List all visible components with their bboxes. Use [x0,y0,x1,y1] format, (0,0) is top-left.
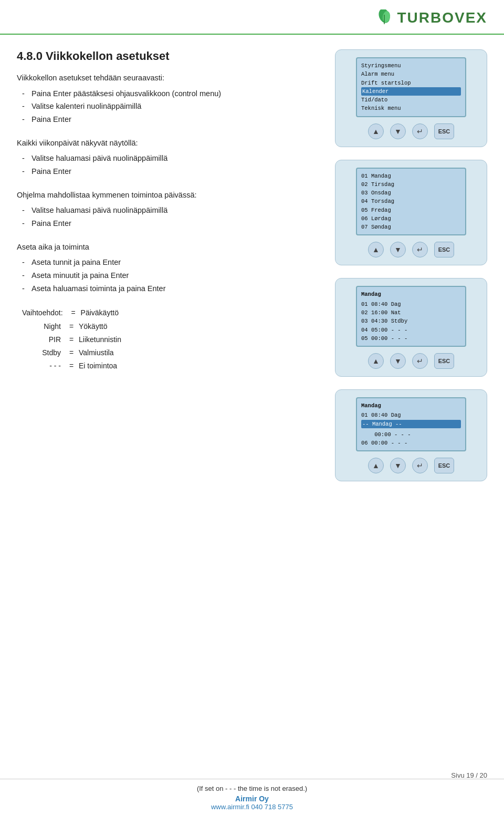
screen3-row0: 01 08:40 Dag [361,300,461,308]
options-value-none: Ei toimintoa [79,359,142,373]
footer-note: (If set on - - - the time is not erased.… [197,785,307,792]
footer-url: www.airmir.fi 040 718 5775 [211,803,293,811]
options-label: Vaihtoehdot: [22,306,66,319]
list-item: Aseta minuutit ja paina Enter [22,269,319,282]
list-item: Aseta haluamasi toiminta ja paina Enter [22,282,319,295]
block-2-intro: Kaikki viikonpäivät näkyvät näytöllä: [17,138,319,149]
btn-down-4[interactable]: ▼ [390,458,406,473]
screen4-row1: -- Mandag -- [361,420,461,428]
options-row-none: - - - = Ei toimintoa [22,359,319,373]
list-item: Aseta tunnit ja paina Enter [22,256,319,269]
block-3-list: Valitse haluamasi päivä nuolinäppäimillä… [17,204,319,230]
options-row-stdby: Stdby = Valmiustila [22,346,319,359]
btn-enter-4[interactable]: ↵ [412,458,428,473]
btn-down-2[interactable]: ▼ [390,242,406,257]
block-2-list: Valitse haluamasi päivä nuolinäppäimillä… [17,152,319,178]
device-panel-1: Styringsmenu Alarm menu Drift startslop … [335,49,487,147]
options-eq-night: = [64,320,79,333]
screen3-row4: 05 00:00 - - - [361,334,461,343]
footer: (If set on - - - the time is not erased.… [0,779,504,815]
block-4-list: Aseta tunnit ja paina Enter Aseta minuut… [17,256,319,295]
footer-company: Airmir Oy [235,795,269,803]
btn-up-4[interactable]: ▲ [368,458,384,473]
options-eq-stdby: = [64,346,79,359]
btn-enter-3[interactable]: ↵ [412,353,428,369]
btn-esc-1[interactable]: ESC [434,123,454,139]
btn-down-3[interactable]: ▼ [390,353,406,369]
btn-esc-4[interactable]: ESC [434,458,454,473]
btn-up-2[interactable]: ▲ [368,242,384,257]
page-number: Sivu 19 / 20 [451,771,487,779]
options-block: Vaihtoehdot: = Päiväkäyttö Night = Yökäy… [17,306,319,373]
options-eq-none: = [64,359,79,373]
list-item: Valitse haluamasi päivä nuolinäppäimillä [22,204,319,217]
device-panel-3: Mandag 01 08:40 Dag 02 16:00 Nat 03 04:3… [335,278,487,377]
block-1-list: Paina Enter päästäksesi ohjausvalikkoon … [17,87,319,126]
device-screen-3: Mandag 01 08:40 Dag 02 16:00 Nat 03 04:3… [356,286,466,347]
screen1-row1: Alarm menu [361,70,461,78]
btn-down-1[interactable]: ▼ [390,123,406,139]
screen1-row4: Tid/dato [361,96,461,104]
block-4-intro: Aseta aika ja toiminta [17,242,319,253]
screen2-row4: 05 Fredag [361,206,461,214]
list-item: Valitse haluamasi päivä nuolinäppäimillä [22,152,319,165]
screen3-title: Mandag [361,290,461,298]
device-buttons-1: ▲ ▼ ↵ ESC [368,123,454,139]
screen2-row6: 07 Søndag [361,223,461,231]
list-item: Paina Enter päästäksesi ohjausvalikkoon … [22,87,319,100]
block-3: Ohjelma mahdollistaa kymmenen toimintoa … [17,190,319,230]
text-column: 4.8.0 Viikkokellon asetukset Viikkokello… [17,49,319,481]
options-key-stdby: Stdby [22,346,64,359]
device-screen-4: Mandag 01 08:40 Dag -- Mandag -- 00:00 -… [356,397,466,451]
device-buttons-3: ▲ ▼ ↵ ESC [368,353,454,369]
screen1-row5: Teknisk menu [361,104,461,112]
screen2-row1: 02 Tirsdag [361,180,461,189]
options-value-night: Yökäyttö [79,320,142,333]
device-screen-1: Styringsmenu Alarm menu Drift startslop … [356,57,466,117]
screen1-row3: Kalender [361,87,461,96]
options-key-none: - - - [22,359,64,373]
options-key-night: Night [22,320,64,333]
screen4-row0: 01 08:40 Dag [361,411,461,419]
block-4: Aseta aika ja toiminta Aseta tunnit ja p… [17,242,319,295]
options-row-night: Night = Yökäyttö [22,320,319,333]
btn-enter-1[interactable]: ↵ [412,123,428,139]
screen4-row2: 00:00 - - - [361,430,461,439]
options-value-pir: Liiketunnistin [79,333,142,346]
screen1-row0: Styringsmenu [361,61,461,70]
header: TURBOVEX [0,0,504,35]
screen3-row1: 02 16:00 Nat [361,308,461,317]
screen4-row3: 06 00:00 - - - [361,439,461,447]
list-item: Paina Enter [22,113,319,126]
btn-enter-2[interactable]: ↵ [412,242,428,257]
screen1-row2: Drift startslop [361,79,461,87]
device-buttons-4: ▲ ▼ ↵ ESC [368,458,454,473]
btn-esc-2[interactable]: ESC [434,242,454,257]
btn-esc-3[interactable]: ESC [434,353,454,369]
btn-up-3[interactable]: ▲ [368,353,384,369]
screen2-row0: 01 Mandag [361,172,461,180]
options-value-stdby: Valmiustila [79,346,142,359]
options-value-day: Päiväkäyttö [81,306,144,319]
block-2: Kaikki viikonpäivät näkyvät näytöllä: Va… [17,138,319,178]
btn-up-1[interactable]: ▲ [368,123,384,139]
options-header-row: Vaihtoehdot: = Päiväkäyttö [22,306,319,319]
block-1-intro: Viikkokellon asetukset tehdään seuraavas… [17,73,319,84]
screen2-row5: 06 Lørdag [361,214,461,223]
list-item: Valitse kalenteri nuolinäppäimillä [22,100,319,113]
screen2-row3: 04 Torsdag [361,197,461,205]
screen3-row2: 03 04:30 Stdby [361,317,461,325]
options-key-pir: PIR [22,333,64,346]
main-content: 4.8.0 Viikkokellon asetukset Viikkokello… [0,35,504,487]
block-3-intro: Ohjelma mahdollistaa kymmenen toimintoa … [17,190,319,201]
screen4-title: Mandag [361,401,461,410]
images-column: Styringsmenu Alarm menu Drift startslop … [335,49,487,481]
section-title: 4.8.0 Viikkokellon asetukset [17,49,319,63]
device-panel-4: Mandag 01 08:40 Dag -- Mandag -- 00:00 -… [335,389,487,481]
screen3-row3: 04 05:00 - - - [361,326,461,334]
options-row-pir: PIR = Liiketunnistin [22,333,319,346]
options-eq-pir: = [64,333,79,346]
list-item: Paina Enter [22,165,319,178]
device-panel-2: 01 Mandag 02 Tirsdag 03 Onsdag 04 Torsda… [335,160,487,266]
list-item: Paina Enter [22,217,319,230]
